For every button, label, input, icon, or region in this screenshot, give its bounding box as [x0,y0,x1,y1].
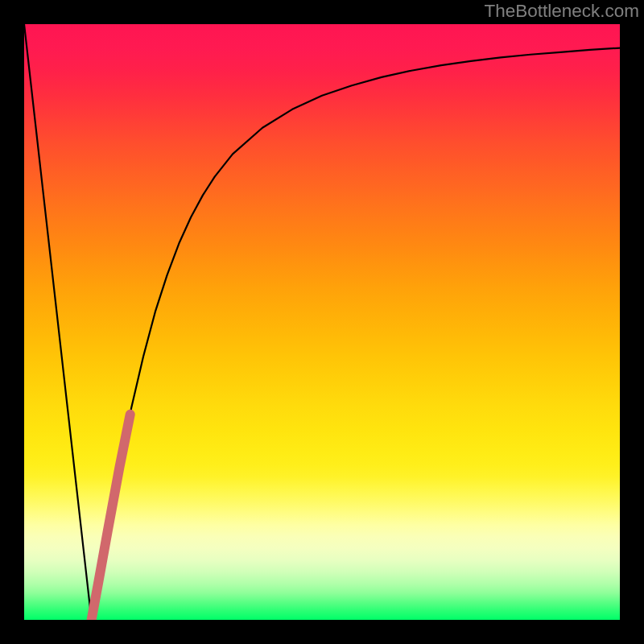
watermark-text: TheBottleneck.com [484,1,639,21]
gradient-background [24,24,620,620]
plot-area [24,24,620,620]
plot-svg [24,24,620,620]
watermark: TheBottleneck.com [484,1,639,22]
chart-frame: TheBottleneck.com [0,0,644,644]
